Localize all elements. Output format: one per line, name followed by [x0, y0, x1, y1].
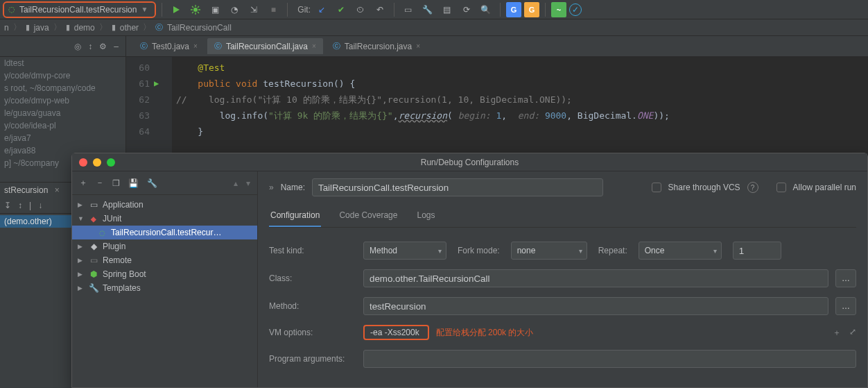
project-item[interactable]: y/code/dmvp-core: [0, 69, 125, 82]
vm-options-value: -ea -Xss200k: [370, 328, 419, 337]
minimize-icon[interactable]: –: [114, 42, 119, 51]
close-icon[interactable]: ×: [193, 42, 198, 50]
class-label: Class:: [269, 273, 352, 283]
close-icon[interactable]: ×: [55, 185, 60, 195]
browse-class-button[interactable]: …: [835, 269, 856, 287]
expand-all-icon[interactable]: ↓: [38, 201, 42, 210]
remove-icon[interactable]: －: [96, 177, 104, 189]
tree-node-label: Remote: [103, 255, 132, 265]
target-icon[interactable]: ◎: [74, 42, 81, 51]
project-structure-icon[interactable]: ▭: [400, 1, 417, 18]
git-history-icon[interactable]: ⏲: [352, 1, 369, 18]
program-args-input[interactable]: [363, 350, 856, 368]
save-icon[interactable]: 💾: [128, 178, 139, 188]
google-search-icon-blue[interactable]: G: [506, 2, 521, 17]
project-item[interactable]: y/code/dmvp-web: [0, 94, 125, 107]
sync-icon[interactable]: ⟳: [458, 1, 475, 18]
repeat-dropdown[interactable]: Once: [639, 242, 722, 260]
method-input[interactable]: [363, 297, 828, 315]
java-file-icon: ⓒ: [214, 41, 222, 51]
help-icon[interactable]: ?: [747, 182, 758, 193]
tab-logs[interactable]: Logs: [415, 206, 436, 227]
run-icon[interactable]: [168, 1, 184, 18]
git-commit-icon[interactable]: ✔: [333, 1, 349, 18]
tree-node-remote[interactable]: ▶▭ Remote: [72, 253, 257, 267]
search-icon[interactable]: 🔍: [478, 1, 494, 18]
test-runner-tab-label: stRecursion: [4, 185, 48, 195]
editor-tab-label: TailRecursion.java: [345, 42, 412, 51]
dialog-titlebar[interactable]: Run/Debug Configurations: [72, 153, 867, 171]
project-item[interactable]: e/java7: [0, 132, 125, 144]
debug-icon[interactable]: [187, 1, 204, 18]
test-kind-dropdown[interactable]: Method: [363, 242, 446, 260]
expand-icon[interactable]: ↕: [88, 42, 92, 51]
add-icon[interactable]: ＋: [79, 177, 87, 189]
config-tree-panel: ＋ － ❐ 💾 🔧 ▴ ▾ ▶▭ Application ▼◆ JUnit ◌: [72, 171, 258, 387]
git-update-icon[interactable]: ↙: [313, 1, 330, 18]
tool-icon-green[interactable]: ~: [551, 2, 566, 17]
project-item[interactable]: s root, ~/8company/code: [0, 82, 125, 94]
editor-tab[interactable]: ⓒ TailRecursion.java ×: [326, 38, 427, 54]
settings-wrench-icon[interactable]: 🔧: [419, 1, 436, 18]
tab-configuration[interactable]: Configuration: [269, 206, 321, 227]
test-kind-label: Test kind:: [269, 246, 352, 255]
breadcrumb-item[interactable]: TailRecursionCall: [167, 23, 232, 33]
attach-icon[interactable]: ⇲: [245, 1, 262, 18]
copy-icon[interactable]: ❐: [112, 178, 120, 188]
project-item[interactable]: le/guava/guava: [0, 107, 125, 119]
tree-node-templates[interactable]: ▶🔧 Templates: [72, 281, 257, 295]
breadcrumb-item[interactable]: other: [120, 23, 139, 33]
git-revert-icon[interactable]: ↶: [372, 1, 388, 18]
wrench-icon[interactable]: 🔧: [147, 178, 157, 188]
breadcrumb-item[interactable]: java: [34, 23, 49, 33]
browse-method-button[interactable]: …: [835, 297, 856, 315]
fork-mode-dropdown[interactable]: none: [511, 242, 587, 260]
filter-icon[interactable]: ↧: [4, 201, 11, 210]
google-search-icon-orange[interactable]: G: [524, 2, 539, 17]
config-tree-toolbar: ＋ － ❐ 💾 🔧 ▴ ▾: [72, 171, 257, 195]
test-kind-value: Method: [370, 246, 397, 255]
repeat-count-input[interactable]: [733, 242, 781, 260]
repeat-label: Repeat:: [598, 246, 627, 255]
run-config-dropdown[interactable]: ◌ TailRecursionCall.testRecursion ▼: [3, 1, 156, 18]
stop-icon[interactable]: ■: [265, 1, 281, 18]
config-tree: ▶▭ Application ▼◆ JUnit ◌ TailRecursionC…: [72, 195, 257, 298]
tab-code-coverage[interactable]: Code Coverage: [338, 206, 399, 227]
coverage-icon[interactable]: ▣: [207, 1, 223, 18]
tree-node-junit[interactable]: ▼◆ JUnit: [72, 212, 257, 226]
sort-icon[interactable]: ↕: [18, 201, 22, 210]
chevron-down-icon: ▼: [141, 6, 148, 13]
folder-icon: ▮: [112, 23, 116, 32]
project-item[interactable]: ldtest: [0, 57, 125, 69]
parallel-run-checkbox[interactable]: [776, 183, 786, 192]
project-item[interactable]: y/code/idea-pl: [0, 119, 125, 132]
tree-node-junit-child[interactable]: ◌ TailRecursionCall.testRecur…: [72, 226, 257, 239]
tree-node-label: Plugin: [103, 242, 125, 251]
tree-node-spring-boot[interactable]: ▶⬢ Spring Boot: [72, 267, 257, 281]
class-input[interactable]: [363, 269, 828, 287]
close-icon[interactable]: ×: [312, 42, 316, 50]
close-icon[interactable]: ×: [416, 42, 420, 50]
name-input[interactable]: [312, 178, 603, 196]
profile-icon[interactable]: ◔: [226, 1, 243, 18]
share-vcs-checkbox[interactable]: [652, 183, 661, 192]
config-form-panel: » Name: Share through VCS ? Allow parall…: [258, 171, 867, 387]
expand-field-icon[interactable]: ⤢: [849, 327, 856, 339]
tree-node-plugin[interactable]: ▶◆ Plugin: [72, 239, 257, 253]
java-file-icon: ⓒ: [140, 41, 148, 51]
program-args-label: Program arguments:: [269, 354, 352, 364]
editor-tab[interactable]: ⓒ Test0.java ×: [133, 38, 205, 54]
move-up-icon[interactable]: ▴: [234, 178, 238, 188]
gear-icon[interactable]: ⚙: [99, 42, 107, 51]
add-vm-option-icon[interactable]: ＋: [833, 327, 841, 339]
editor-tab[interactable]: ⓒ TailRecursionCall.java ×: [207, 38, 323, 54]
collapse-panel-icon[interactable]: »: [269, 183, 274, 192]
vm-options-label: VM options:: [269, 328, 352, 337]
breadcrumb-item[interactable]: demo: [74, 23, 95, 33]
tool-check-icon[interactable]: ✓: [569, 3, 582, 16]
tree-node-application[interactable]: ▶▭ Application: [72, 198, 257, 212]
breadcrumb-item[interactable]: n: [4, 23, 9, 33]
vm-options-input[interactable]: -ea -Xss200k: [363, 325, 429, 340]
find-action-icon[interactable]: ▤: [439, 1, 455, 18]
move-down-icon[interactable]: ▾: [246, 178, 250, 188]
